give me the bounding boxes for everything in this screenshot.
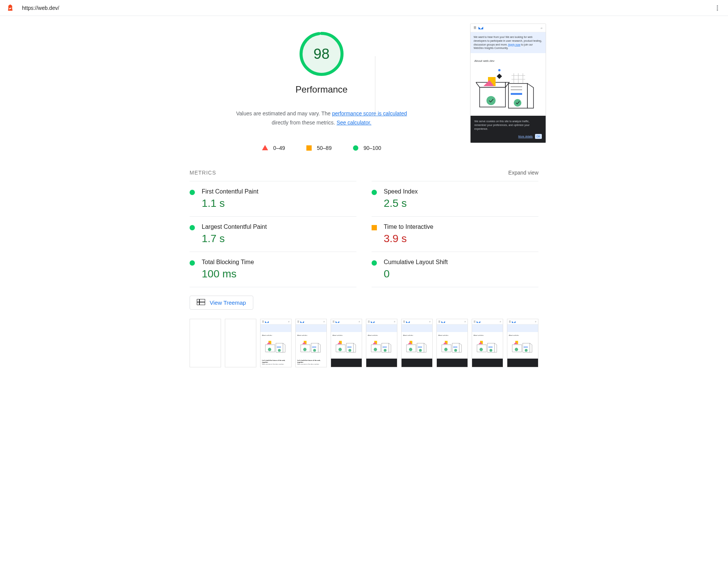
svg-marker-91 <box>530 343 532 352</box>
svg-point-79 <box>480 348 483 351</box>
legend-pass: 90–100 <box>353 145 381 151</box>
svg-point-50 <box>348 349 351 351</box>
performance-title: Performance <box>295 84 347 95</box>
metric-value: 1.1 s <box>202 197 258 209</box>
filmstrip-thumb[interactable]: ☰◣◢⌕About web.dev <box>331 319 362 367</box>
svg-rect-16 <box>511 86 522 87</box>
circle-icon <box>372 190 377 195</box>
treemap-label: View Treemap <box>210 299 246 306</box>
metric-cumulative-layout-shift: Cumulative Layout Shift0 <box>372 252 538 287</box>
svg-point-71 <box>444 348 448 351</box>
svg-rect-65 <box>418 346 422 347</box>
filmstrip-thumb[interactable]: ☰◣◢⌕About web.devLet's build the future … <box>260 319 292 367</box>
hamburger-icon: ☰ <box>474 26 476 30</box>
legend-range: 0–49 <box>273 145 285 151</box>
svg-point-1 <box>717 7 718 8</box>
filmstrip-thumb[interactable]: ☰◣◢⌕About web.dev <box>401 319 433 367</box>
svg-rect-81 <box>488 346 493 347</box>
svg-point-31 <box>268 348 271 351</box>
svg-point-2 <box>717 9 718 10</box>
expand-view-toggle[interactable]: Expand view <box>508 170 538 176</box>
svg-rect-17 <box>511 89 522 90</box>
svg-rect-49 <box>347 346 351 347</box>
svg-marker-67 <box>424 343 426 352</box>
about-heading: About web.dev <box>474 59 542 63</box>
logo-icon: ◣◢ <box>479 26 483 30</box>
metric-name: Total Blocking Time <box>202 259 254 266</box>
metric-first-contentful-paint: First Contentful Paint1.1 s <box>190 181 356 216</box>
svg-point-55 <box>374 348 377 351</box>
lighthouse-icon <box>6 4 14 12</box>
ok-button: OK <box>535 134 542 139</box>
metrics-heading: METRICS <box>190 170 216 176</box>
svg-rect-33 <box>277 346 281 347</box>
filmstrip-thumb[interactable] <box>225 319 256 367</box>
legend-average: 50–89 <box>306 145 332 151</box>
filmstrip-thumb[interactable]: ☰◣◢⌕About web.dev <box>366 319 397 367</box>
svg-marker-59 <box>389 343 391 352</box>
svg-point-87 <box>515 348 518 351</box>
legend-range: 90–100 <box>364 145 381 151</box>
more-menu-button[interactable] <box>713 3 722 13</box>
svg-rect-41 <box>312 346 316 347</box>
see-calculator-link[interactable]: See calculator. <box>337 120 372 126</box>
view-treemap-button[interactable]: View Treemap <box>190 296 253 310</box>
svg-point-39 <box>303 348 307 351</box>
metric-value: 3.9 s <box>384 233 433 245</box>
svg-marker-75 <box>459 343 461 352</box>
final-screenshot: ☰ ◣◢ ⌕ We want to hear from you! We are … <box>470 22 546 151</box>
svg-point-0 <box>717 5 718 6</box>
triangle-icon <box>262 145 268 151</box>
metric-total-blocking-time: Total Blocking Time100 ms <box>190 252 356 287</box>
illustration <box>474 66 542 112</box>
svg-rect-18 <box>511 93 522 95</box>
svg-point-63 <box>409 348 413 351</box>
treemap-icon <box>197 299 205 306</box>
filmstrip-thumb[interactable]: ☰◣◢⌕About web.dev <box>472 319 503 367</box>
svg-point-13 <box>486 96 496 105</box>
metric-name: Time to Interactive <box>384 224 433 230</box>
vertical-divider <box>375 56 375 117</box>
cookie-text: We serve cookies on this site to analyze… <box>474 120 542 131</box>
performance-score: 98 <box>299 31 344 77</box>
circle-icon <box>190 190 195 195</box>
svg-point-47 <box>339 348 342 351</box>
svg-point-12 <box>498 69 500 71</box>
metrics-grid: First Contentful Paint1.1 sSpeed Index2.… <box>190 181 538 287</box>
filmstrip: ☰◣◢⌕About web.devLet's build the future … <box>190 319 538 367</box>
svg-point-66 <box>419 349 422 351</box>
subtitle-text: directly from these metrics. <box>272 120 337 126</box>
score-calc-link[interactable]: performance score is calculated <box>332 110 407 116</box>
svg-point-58 <box>384 349 386 351</box>
svg-marker-15 <box>527 83 533 108</box>
svg-rect-89 <box>524 346 528 347</box>
banner-link: Apply now <box>508 43 520 46</box>
square-icon <box>372 225 377 230</box>
circle-icon <box>190 260 195 266</box>
performance-subtitle: Values are estimated and may vary. The p… <box>231 109 413 128</box>
search-icon: ⌕ <box>541 26 543 30</box>
metric-name: Cumulative Layout Shift <box>384 259 448 266</box>
legend-range: 50–89 <box>317 145 332 151</box>
filmstrip-thumb[interactable]: ☰◣◢⌕About web.dev <box>436 319 468 367</box>
svg-marker-5 <box>262 145 268 150</box>
metric-value: 1.7 s <box>202 233 267 245</box>
header-bar: https://web.dev/ <box>0 0 728 16</box>
score-legend: 0–49 50–89 90–100 <box>262 145 381 151</box>
legend-fail: 0–49 <box>262 145 285 151</box>
cookie-banner: We serve cookies on this site to analyze… <box>471 116 546 143</box>
filmstrip-thumb[interactable]: ☰◣◢⌕About web.dev <box>507 319 538 367</box>
screenshot-banner: We want to hear from you! We are looking… <box>471 32 546 53</box>
svg-marker-35 <box>283 343 285 352</box>
more-details-link: More details <box>518 135 533 139</box>
svg-marker-43 <box>318 343 320 352</box>
performance-gauge: 98 <box>299 31 344 77</box>
svg-point-90 <box>525 349 527 351</box>
svg-point-34 <box>278 349 281 351</box>
svg-marker-83 <box>494 343 497 352</box>
filmstrip-thumb[interactable] <box>190 319 221 367</box>
svg-rect-57 <box>383 346 387 347</box>
filmstrip-thumb[interactable]: ☰◣◢⌕About web.devLet's build the future … <box>295 319 327 367</box>
subtitle-text: Values are estimated and may vary. The <box>236 110 332 116</box>
metric-value: 0 <box>384 268 448 280</box>
